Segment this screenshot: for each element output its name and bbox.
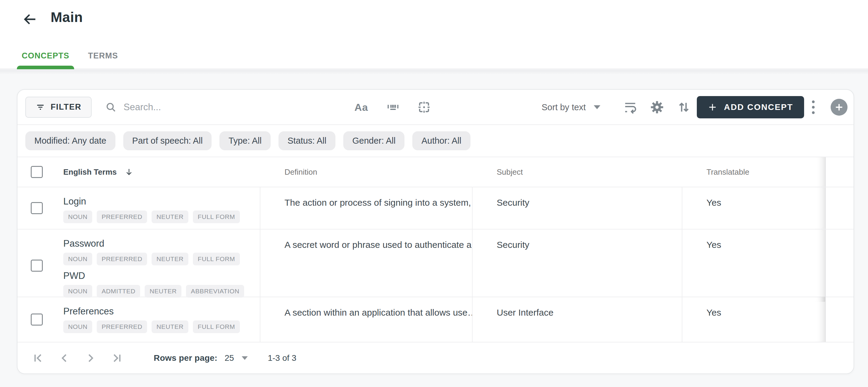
term-tags: NOUNPREFERREDNEUTERFULL FORM <box>63 211 260 223</box>
term-tag: FULL FORM <box>193 211 240 223</box>
column-header-english-terms[interactable]: English Terms <box>63 157 260 187</box>
row-checkbox-cell <box>18 229 63 302</box>
term-tag: PREFERRED <box>97 253 147 265</box>
term-tag: ADMITTED <box>97 285 140 297</box>
match-case-icon[interactable]: Aa <box>354 101 368 113</box>
search-icon <box>105 101 117 113</box>
term-tag: NOUN <box>63 285 92 297</box>
filter-chip[interactable]: Part of speech: All <box>123 131 212 150</box>
column-header-translatable[interactable]: Translatable <box>682 157 825 187</box>
column-label: Subject <box>497 167 523 177</box>
page-title: Main <box>51 9 83 25</box>
sort-by-dropdown[interactable]: Sort by text <box>541 102 600 112</box>
term-tag: NOUN <box>63 211 92 223</box>
active-tab-indicator <box>17 66 74 69</box>
filter-button[interactable]: FILTER <box>25 97 92 118</box>
term-tags: NOUNADMITTEDNEUTERABBREVIATION <box>63 285 260 297</box>
sort-by-label: Sort by text <box>541 102 586 112</box>
next-page-button[interactable] <box>84 351 98 365</box>
terms-cell: PreferencesNOUNPREFERREDNEUTERFULL FORM <box>63 297 260 342</box>
filter-chip[interactable]: Gender: All <box>343 131 404 150</box>
table-row[interactable]: PreferencesNOUNPREFERREDNEUTERFULL FORMA… <box>18 297 854 343</box>
select-all-checkbox[interactable] <box>31 166 43 178</box>
barcode-scan-icon[interactable] <box>386 100 400 115</box>
term-tag: NEUTER <box>152 253 188 265</box>
filter-icon <box>36 102 45 112</box>
pagination-range: 1-3 of 3 <box>268 353 296 363</box>
search-input[interactable] <box>124 102 250 112</box>
filter-chip[interactable]: Status: All <box>278 131 336 150</box>
last-page-button[interactable] <box>110 351 124 365</box>
terms-cell: LoginNOUNPREFERREDNEUTERFULL FORM <box>63 187 260 229</box>
settings-gear-icon[interactable] <box>649 99 665 115</box>
first-page-button[interactable] <box>31 351 44 365</box>
term-tag: NOUN <box>63 320 92 333</box>
add-concept-label: ADD CONCEPT <box>724 102 793 112</box>
sort-descending-icon[interactable] <box>124 167 133 176</box>
plus-circle-button[interactable] <box>831 99 847 116</box>
term-name: Preferences <box>63 305 260 318</box>
term-tag: FULL FORM <box>193 320 240 333</box>
column-header-definition[interactable]: Definition <box>260 157 472 187</box>
previous-page-button[interactable] <box>57 351 71 365</box>
chevron-down-icon <box>594 105 600 109</box>
pinned-column-spacer <box>825 229 854 302</box>
subject-cell: Security <box>472 187 682 229</box>
back-button[interactable] <box>22 11 38 27</box>
pinned-column-spacer <box>825 297 854 342</box>
table-header: English Terms Definition Subject Transla… <box>18 157 854 187</box>
chevron-down-icon[interactable] <box>242 356 248 360</box>
add-concept-button[interactable]: ADD CONCEPT <box>697 96 804 118</box>
tab-terms[interactable]: TERMS <box>88 47 118 69</box>
toolbar: FILTER Aa Sort b <box>18 90 854 125</box>
column-header-subject[interactable]: Subject <box>472 157 682 187</box>
row-checkbox[interactable] <box>31 202 43 214</box>
table-body: LoginNOUNPREFERREDNEUTERFULL FORMThe act… <box>18 187 854 343</box>
term-tag: NOUN <box>63 253 92 265</box>
search-box <box>105 101 250 113</box>
term-tag: PREFERRED <box>97 320 147 333</box>
row-checkbox[interactable] <box>31 314 43 326</box>
pinned-column-spacer <box>825 157 854 187</box>
term-tag: ABBREVIATION <box>186 285 244 297</box>
term-tag: FULL FORM <box>193 253 240 265</box>
rows-per-page-label: Rows per page: <box>154 353 217 363</box>
wrap-text-icon[interactable] <box>623 100 638 115</box>
header-cell <box>18 157 63 187</box>
plus-icon <box>834 102 844 112</box>
term-tags: NOUNPREFERREDNEUTERFULL FORM <box>63 253 260 265</box>
swap-vertical-icon[interactable] <box>676 100 691 115</box>
term-name: Login <box>63 195 260 208</box>
definition-cell: A section within an application that all… <box>260 297 472 342</box>
row-checkbox[interactable] <box>31 260 43 272</box>
term-tag: PREFERRED <box>97 211 147 223</box>
row-checkbox-cell <box>18 187 63 229</box>
filter-chip[interactable]: Type: All <box>219 131 271 150</box>
rows-per-page-value[interactable]: 25 <box>224 353 234 363</box>
pinned-column-spacer <box>825 187 854 229</box>
term-tag: NEUTER <box>145 285 181 297</box>
table-row[interactable]: PasswordNOUNPREFERREDNEUTERFULL FORMPWDN… <box>18 229 854 297</box>
pagination-bar: Rows per page: 25 1-3 of 3 <box>18 343 854 374</box>
term-name: PWD <box>63 269 260 282</box>
plus-icon <box>708 102 717 112</box>
arrow-left-icon <box>22 11 38 27</box>
column-label: Definition <box>284 167 317 177</box>
row-checkbox-cell <box>18 297 63 342</box>
column-label: Translatable <box>707 167 749 177</box>
page: Main CONCEPTSTERMS FILTER Aa <box>0 0 868 387</box>
table-row[interactable]: LoginNOUNPREFERREDNEUTERFULL FORMThe act… <box>18 187 854 229</box>
concepts-card: FILTER Aa Sort b <box>17 89 854 374</box>
term-tag: NEUTER <box>152 320 188 333</box>
kebab-menu-icon[interactable] <box>809 97 818 117</box>
filter-chip[interactable]: Modified: Any date <box>25 131 116 150</box>
translatable-cell: Yes <box>682 229 825 302</box>
translatable-cell: Yes <box>682 187 825 229</box>
definition-cell: A secret word or phrase used to authenti… <box>260 229 472 302</box>
subject-cell: Security <box>472 229 682 302</box>
focus-frame-icon[interactable] <box>416 100 432 115</box>
column-label: English Terms <box>63 167 117 177</box>
filter-chip[interactable]: Author: All <box>412 131 470 150</box>
term-tag: NEUTER <box>152 211 188 223</box>
filter-button-label: FILTER <box>51 102 82 112</box>
